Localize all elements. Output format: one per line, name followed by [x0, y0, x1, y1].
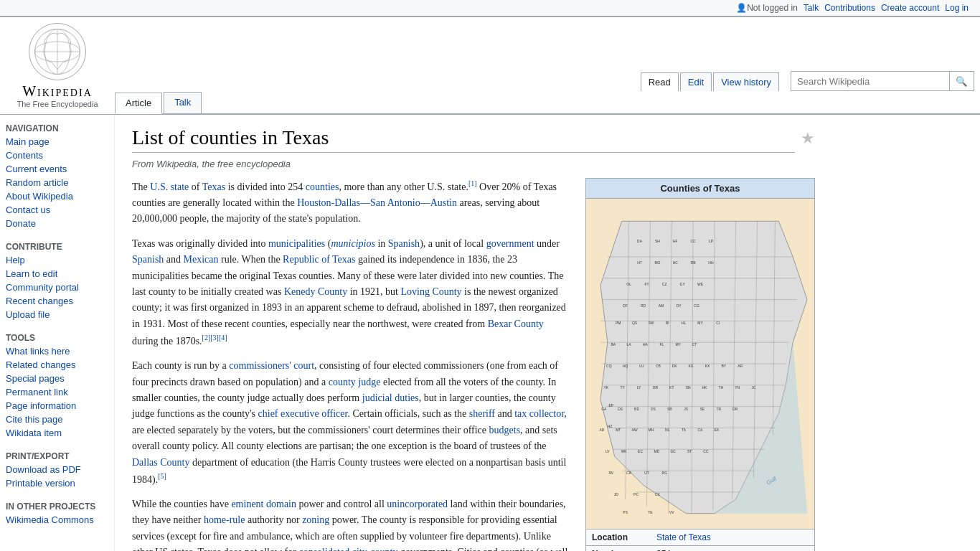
sidebar-item-pdf[interactable]: Download as PDF [6, 464, 81, 475]
svg-text:CR: CR [626, 471, 632, 475]
edit-tab[interactable]: Edit [680, 72, 712, 91]
sidebar-item-wikidata[interactable]: Wikidata item [6, 428, 62, 438]
sidebar-item-donate[interactable]: Donate [6, 218, 36, 229]
sidebar-item-what-links[interactable]: What links here [6, 346, 70, 357]
sidebar-item-about[interactable]: About Wikipedia [6, 191, 73, 202]
svg-text:GR: GR [653, 386, 659, 390]
zoning-link[interactable]: zoning [302, 514, 329, 525]
talk-tab[interactable]: Talk [164, 92, 202, 113]
municipios-link[interactable]: municipios [331, 238, 374, 249]
cite-3[interactable]: [3] [210, 334, 219, 342]
infobox-map: DASHHFCCLP HTMOHCRBHH OLFTCZGYWE DFRDAMD… [586, 199, 814, 529]
sidebar: Navigation Main page Contents Current ev… [0, 115, 115, 551]
tax-collector-link[interactable]: tax collector [514, 408, 564, 419]
sidebar-item-related-changes[interactable]: Related changes [6, 359, 76, 370]
read-tab[interactable]: Read [641, 72, 679, 91]
infobox-title: Counties of Texas [586, 179, 814, 199]
svg-text:DF: DF [623, 304, 628, 308]
counties-link[interactable]: counties [306, 182, 339, 192]
republic-texas-link[interactable]: Republic of Texas [283, 254, 355, 265]
sidebar-item-community[interactable]: Community portal [6, 282, 79, 293]
sidebar-item-permanent[interactable]: Permanent link [6, 387, 68, 397]
watchlist-star-icon[interactable]: ★ [801, 129, 815, 148]
svg-text:HQ: HQ [623, 364, 628, 368]
svg-text:YN: YN [735, 386, 740, 390]
cite-4[interactable]: [4] [219, 334, 227, 342]
svg-text:MT: MT [616, 428, 621, 432]
main-layout: Navigation Main page Contents Current ev… [0, 115, 980, 551]
svg-text:RV: RV [608, 471, 613, 475]
svg-text:HZ: HZ [608, 425, 613, 428]
county-judge-link[interactable]: county judge [329, 377, 381, 387]
svg-text:LY: LY [637, 386, 641, 390]
log-in-link[interactable]: Log in [945, 3, 969, 13]
location-link[interactable]: State of Texas [656, 532, 711, 542]
svg-text:GA: GA [601, 408, 607, 411]
search-icon: 🔍 [956, 76, 968, 87]
sidebar-item-printable[interactable]: Printable version [6, 478, 75, 489]
home-rule-link[interactable]: home-rule [204, 514, 245, 525]
search-button[interactable]: 🔍 [949, 72, 974, 90]
sidebar-item-upload[interactable]: Upload file [6, 309, 50, 320]
sidebar-item-contact[interactable]: Contact us [6, 204, 50, 215]
bexar-link[interactable]: Bexar County [488, 319, 544, 329]
svg-text:BY: BY [721, 364, 726, 368]
svg-text:KT: KT [669, 386, 674, 390]
sidebar-item-learn-edit[interactable]: Learn to edit [6, 268, 57, 279]
sidebar-item-random[interactable]: Random article [6, 177, 68, 188]
svg-text:PS: PS [623, 511, 628, 514]
logo: Wikipedia The Free Encyclopedia [0, 17, 115, 114]
municipalities-link[interactable]: municipalities [268, 238, 325, 249]
view-history-tab[interactable]: View history [713, 72, 779, 91]
commissioners-court-link[interactable]: commissioners' court [229, 360, 314, 371]
svg-text:PM: PM [616, 321, 621, 325]
svg-text:PC: PC [633, 493, 639, 496]
contributions-link[interactable]: Contributions [824, 3, 875, 13]
eminent-domain-link[interactable]: eminent domain [231, 499, 296, 509]
houston-dallas-link[interactable]: Houston-Dallas—San Antonio—Austin [297, 197, 457, 208]
search-input[interactable] [791, 75, 949, 88]
judicial-duties-link[interactable]: judicial duties [362, 392, 419, 403]
infobox-table: Location State of Texas Number 254 Popul… [586, 529, 814, 551]
svg-text:AM: AM [659, 304, 664, 308]
government-link[interactable]: government [486, 238, 534, 249]
consolidated-link[interactable]: consolidated city-county [298, 547, 397, 551]
kenedy-link[interactable]: Kenedy County [284, 286, 347, 297]
svg-text:WK: WK [621, 450, 628, 453]
sidebar-item-wikimedia[interactable]: Wikimedia Commons [6, 514, 94, 525]
sidebar-item-contents[interactable]: Contents [6, 150, 43, 161]
sidebar-item-recent[interactable]: Recent changes [6, 296, 73, 306]
svg-text:CB: CB [656, 364, 661, 368]
us-state-link[interactable]: U.S. state [150, 182, 189, 192]
create-account-link[interactable]: Create account [881, 3, 939, 13]
sidebar-item-special-pages[interactable]: Special pages [6, 373, 65, 384]
navigation-heading: Navigation [0, 121, 114, 135]
sidebar-item-help[interactable]: Help [6, 255, 25, 265]
spanish-link[interactable]: Spanish [132, 254, 164, 265]
talk-link[interactable]: Talk [804, 3, 819, 13]
budgets-link[interactable]: budgets [489, 425, 521, 435]
sheriff-link[interactable]: sheriff [469, 408, 495, 419]
svg-text:FL: FL [659, 343, 664, 347]
svg-text:NL: NL [665, 428, 670, 432]
cite-5[interactable]: [5] [158, 472, 166, 480]
unincorporated-link[interactable]: unincorporated [387, 499, 448, 509]
sidebar-item-main-page[interactable]: Main page [6, 136, 50, 147]
article-tab[interactable]: Article [115, 93, 162, 114]
dallas-county-link[interactable]: Dallas County [132, 457, 190, 468]
cite-2[interactable]: [2] [202, 334, 211, 342]
mexican-link[interactable]: Mexican [184, 254, 219, 265]
texas-link[interactable]: Texas [202, 182, 225, 192]
sidebar-item-page-info[interactable]: Page information [6, 400, 76, 411]
ceo-link[interactable]: chief executive officer [258, 408, 348, 419]
search-box: 🔍 [791, 71, 974, 91]
svg-text:SW: SW [648, 321, 654, 325]
print-heading: Print/export [0, 448, 114, 463]
svg-text:BI: BI [666, 321, 669, 325]
cite-1[interactable]: [1] [468, 179, 477, 187]
sidebar-item-cite[interactable]: Cite this page [6, 414, 63, 425]
sidebar-item-current-events[interactable]: Current events [6, 164, 67, 174]
loving-county-link[interactable]: Loving County [400, 286, 461, 297]
spanish-lang-link[interactable]: Spanish [388, 238, 420, 249]
not-logged-in: Not logged in [747, 3, 798, 13]
